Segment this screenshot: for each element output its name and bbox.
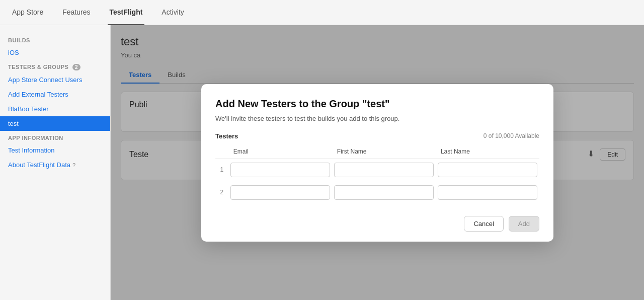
nav-app-store[interactable]: App Store bbox=[10, 0, 45, 25]
col-header-email: Email bbox=[228, 145, 332, 159]
col-header-firstname: First Name bbox=[332, 145, 436, 159]
nav-features[interactable]: Features bbox=[60, 0, 92, 25]
sidebar-item-test[interactable]: test bbox=[0, 116, 110, 131]
row-2-email-cell bbox=[228, 181, 332, 204]
builds-section-title: BUILDS bbox=[0, 33, 110, 45]
row-1-lastname-input[interactable] bbox=[438, 163, 537, 177]
sidebar-item-app-store-connect-users[interactable]: App Store Connect Users bbox=[0, 72, 110, 87]
table-row: 1 bbox=[215, 158, 539, 181]
nav-activity[interactable]: Activity bbox=[159, 0, 186, 25]
row-2-lastname-input[interactable] bbox=[438, 185, 537, 200]
row-1-num: 1 bbox=[215, 158, 228, 181]
modal-available-count: 0 of 10,000 Available bbox=[484, 132, 539, 139]
modal-subtitle: We'll invite these testers to test the b… bbox=[215, 115, 539, 122]
sidebar-item-test-information[interactable]: Test Information bbox=[0, 143, 110, 158]
sidebar-item-blaboo-tester[interactable]: BlaBoo Tester bbox=[0, 102, 110, 116]
modal-overlay: Add New Testers to the Group "test" We'l… bbox=[111, 25, 644, 300]
sidebar-item-about-testflight[interactable]: About TestFlight Data ? bbox=[0, 158, 110, 172]
row-2-email-input[interactable] bbox=[230, 185, 330, 200]
row-1-firstname-input[interactable] bbox=[334, 163, 434, 177]
testers-table: Email First Name Last Name 1 bbox=[215, 145, 539, 204]
add-testers-modal: Add New Testers to the Group "test" We'l… bbox=[201, 84, 553, 242]
main-content: test You ca Testers Builds Publi Teste ⬇… bbox=[111, 25, 644, 300]
cancel-button[interactable]: Cancel bbox=[464, 216, 503, 232]
row-2-num: 2 bbox=[215, 181, 228, 204]
row-2-lastname-cell bbox=[436, 181, 539, 204]
sidebar-item-add-external-testers[interactable]: Add External Testers bbox=[0, 87, 110, 102]
top-navigation: App Store Features TestFlight Activity bbox=[0, 0, 644, 25]
row-1-firstname-cell bbox=[332, 158, 436, 181]
testers-section-title: TESTERS & GROUPS 2 bbox=[0, 60, 110, 72]
row-2-firstname-input[interactable] bbox=[334, 185, 434, 200]
table-row: 2 bbox=[215, 181, 539, 204]
modal-footer: Cancel Add bbox=[215, 216, 539, 232]
sidebar-item-ios[interactable]: iOS bbox=[0, 45, 110, 60]
row-1-email-input[interactable] bbox=[230, 163, 330, 177]
row-2-firstname-cell bbox=[332, 181, 436, 204]
app-info-section-title: APP INFORMATION bbox=[0, 131, 110, 143]
modal-title: Add New Testers to the Group "test" bbox=[215, 98, 539, 110]
testers-badge: 2 bbox=[72, 64, 80, 70]
col-header-lastname: Last Name bbox=[436, 145, 539, 159]
row-1-lastname-cell bbox=[436, 158, 539, 181]
row-1-email-cell bbox=[228, 158, 332, 181]
col-header-num bbox=[215, 145, 228, 159]
help-icon: ? bbox=[72, 162, 75, 168]
add-button[interactable]: Add bbox=[509, 216, 539, 232]
nav-testflight[interactable]: TestFlight bbox=[108, 0, 145, 25]
sidebar: BUILDS iOS TESTERS & GROUPS 2 App Store … bbox=[0, 25, 111, 300]
modal-testers-label: Testers bbox=[215, 132, 238, 140]
